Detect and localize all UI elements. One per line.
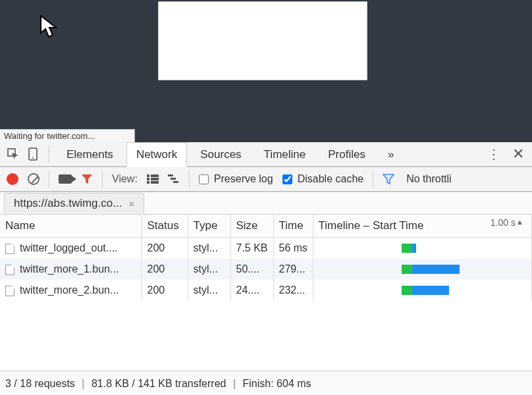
- footer-requests: 3 / 18 requests: [5, 378, 75, 389]
- svg-rect-3: [147, 174, 149, 177]
- separator: [49, 171, 49, 188]
- preserve-log-checkbox[interactable]: Preserve log: [199, 173, 273, 185]
- table-row[interactable]: twitter_more_2.bun...200styl...24....232…: [0, 280, 532, 301]
- network-table: Name Status Type Size Time Timeline – St…: [0, 215, 532, 238]
- inspect-element-icon[interactable]: [5, 146, 21, 162]
- device-mode-icon[interactable]: [25, 146, 41, 162]
- col-header-timeline-label: Timeline – Start Time: [319, 219, 424, 232]
- tab-elements[interactable]: Elements: [57, 143, 122, 166]
- separator: [373, 171, 373, 188]
- cell-size: 50....: [230, 259, 273, 280]
- tab-network[interactable]: Network: [126, 142, 187, 167]
- table-header-row: Name Status Type Size Time Timeline – St…: [0, 215, 532, 238]
- browser-viewport: Waiting for twitter.com...: [0, 0, 532, 142]
- svg-rect-7: [151, 178, 159, 180]
- timeline-download-bar: [412, 244, 416, 253]
- cell-timeline: [313, 238, 532, 259]
- timeline-download-bar: [412, 286, 450, 295]
- timeline-wait-bar: [402, 265, 412, 274]
- cell-time: 232...: [273, 280, 313, 301]
- svg-rect-4: [147, 178, 149, 180]
- cell-status: 200: [142, 238, 188, 259]
- col-header-time[interactable]: Time: [273, 215, 313, 238]
- cell-type: styl...: [188, 259, 230, 280]
- col-header-name[interactable]: Name: [0, 215, 142, 238]
- table-row[interactable]: twitter_logged_out....200styl...7.5 KB56…: [0, 238, 532, 259]
- browser-status-text: Waiting for twitter.com...: [0, 129, 135, 142]
- col-header-size[interactable]: Size: [230, 215, 273, 238]
- cell-name: twitter_logged_out....: [0, 238, 142, 259]
- svg-rect-6: [151, 174, 159, 177]
- sort-arrow-icon: ▲: [516, 218, 523, 226]
- record-button-icon[interactable]: [7, 173, 18, 185]
- screenshot-button-icon[interactable]: [59, 174, 72, 184]
- mouse-cursor-icon: [40, 14, 59, 38]
- cell-timeline: [313, 280, 532, 301]
- close-devtools-icon[interactable]: ✕: [512, 145, 524, 163]
- svg-rect-10: [171, 178, 176, 180]
- timeline-download-bar: [412, 265, 460, 274]
- separator: [49, 145, 49, 163]
- kebab-menu-icon[interactable]: ⋮: [487, 146, 500, 162]
- cell-name: twitter_more_1.bun...: [0, 259, 142, 280]
- preserve-log-input[interactable]: [199, 174, 209, 184]
- timeline-wait-bar: [402, 244, 412, 253]
- request-tab-close-icon[interactable]: ×: [128, 198, 134, 209]
- network-status-bar: 3 / 18 requests | 81.8 KB / 141 KB trans…: [0, 371, 532, 395]
- request-tab-label: https://abs.twimg.co...: [14, 197, 122, 210]
- throttle-filter-icon[interactable]: [383, 173, 394, 185]
- tab-timeline[interactable]: Timeline: [255, 143, 315, 166]
- cell-status: 200: [142, 259, 188, 280]
- svg-rect-9: [168, 174, 173, 176]
- network-toolbar: View: Preserve log Disable cache No thro…: [0, 167, 532, 192]
- filter-icon[interactable]: [81, 173, 93, 185]
- cell-type: styl...: [188, 280, 230, 301]
- tab-sources[interactable]: Sources: [191, 143, 250, 166]
- footer-finish: Finish: 604 ms: [243, 378, 311, 389]
- tab-profiles[interactable]: Profiles: [319, 143, 375, 166]
- file-icon: [5, 265, 14, 275]
- network-table-body: twitter_logged_out....200styl...7.5 KB56…: [0, 238, 532, 301]
- cell-time: 56 ms: [273, 238, 313, 259]
- cell-time: 279...: [273, 259, 313, 280]
- timeline-wait-bar: [402, 286, 412, 295]
- view-list-icon[interactable]: [147, 174, 159, 184]
- col-header-timeline[interactable]: Timeline – Start Time 1.00 s ▲: [313, 215, 532, 238]
- page-content-box: [158, 1, 367, 80]
- table-row[interactable]: twitter_more_1.bun...200styl...50....279…: [0, 259, 532, 280]
- disable-cache-checkbox[interactable]: Disable cache: [282, 173, 364, 185]
- preserve-log-label: Preserve log: [214, 173, 273, 185]
- tab-overflow[interactable]: »: [379, 143, 403, 166]
- svg-rect-11: [173, 181, 178, 183]
- request-tabs-row: https://abs.twimg.co... ×: [0, 192, 532, 215]
- clear-button-icon[interactable]: [28, 173, 40, 185]
- cell-status: 200: [142, 280, 188, 301]
- view-label: View:: [112, 173, 138, 185]
- cell-type: styl...: [188, 238, 230, 259]
- cell-name: twitter_more_2.bun...: [0, 280, 142, 301]
- disable-cache-input[interactable]: [282, 174, 292, 184]
- separator: [189, 171, 190, 188]
- svg-point-2: [32, 157, 34, 159]
- separator: [102, 171, 103, 188]
- col-header-type[interactable]: Type: [188, 215, 230, 238]
- request-tab[interactable]: https://abs.twimg.co... ×: [4, 193, 144, 213]
- file-icon: [5, 286, 14, 296]
- footer-transferred: 81.8 KB / 141 KB transferred: [92, 378, 226, 389]
- col-header-status[interactable]: Status: [142, 215, 188, 238]
- disable-cache-label: Disable cache: [298, 173, 364, 185]
- file-icon: [5, 244, 14, 254]
- svg-rect-8: [151, 181, 159, 184]
- svg-rect-5: [147, 181, 149, 184]
- cell-size: 24....: [230, 280, 273, 301]
- throttle-select[interactable]: No throttli: [406, 173, 451, 185]
- cell-size: 7.5 KB: [230, 238, 273, 259]
- view-waterfall-icon[interactable]: [168, 174, 180, 184]
- cell-timeline: [313, 259, 532, 280]
- devtools-tabs-bar: Elements Network Sources Timeline Profil…: [0, 142, 532, 167]
- timeline-tick-label: 1.00 s: [491, 217, 516, 228]
